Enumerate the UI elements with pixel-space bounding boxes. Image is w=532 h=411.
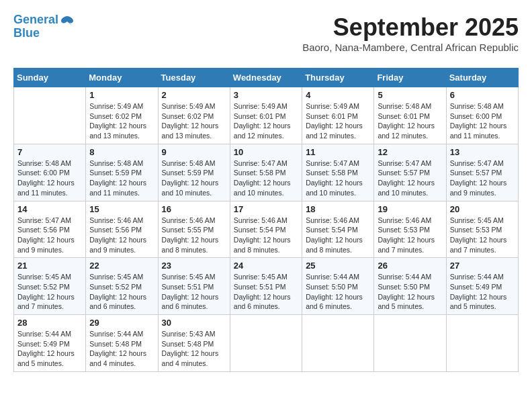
- day-number: 7: [17, 147, 82, 157]
- day-info: Sunrise: 5:46 AMSunset: 5:55 PMDaylight:…: [162, 216, 226, 255]
- calendar-cell: 5Sunrise: 5:48 AMSunset: 6:01 PMDaylight…: [374, 87, 446, 144]
- day-info: Sunrise: 5:43 AMSunset: 5:48 PMDaylight:…: [162, 329, 226, 369]
- day-info: Sunrise: 5:49 AMSunset: 6:02 PMDaylight:…: [162, 101, 226, 141]
- day-info: Sunrise: 5:49 AMSunset: 6:01 PMDaylight:…: [306, 101, 370, 141]
- day-number: 3: [234, 90, 298, 100]
- day-number: 15: [89, 204, 154, 214]
- calendar-cell: [14, 87, 86, 144]
- calendar-cell: [374, 315, 446, 372]
- day-info: Sunrise: 5:45 AMSunset: 5:52 PMDaylight:…: [17, 272, 82, 312]
- day-number: 26: [378, 261, 442, 271]
- calendar-cell: 8Sunrise: 5:48 AMSunset: 5:59 PMDaylight…: [86, 144, 158, 201]
- logo-bird-icon: [60, 15, 75, 30]
- calendar-cell: [446, 315, 518, 372]
- title-section: September 2025 Baoro, Nana-Mambere, Cent…: [302, 13, 519, 60]
- day-info: Sunrise: 5:47 AMSunset: 5:56 PMDaylight:…: [17, 216, 82, 255]
- day-info: Sunrise: 5:46 AMSunset: 5:53 PMDaylight:…: [378, 216, 442, 255]
- day-number: 18: [306, 204, 370, 214]
- calendar-cell: 6Sunrise: 5:48 AMSunset: 6:00 PMDaylight…: [446, 87, 518, 144]
- day-number: 11: [306, 147, 370, 157]
- day-info: Sunrise: 5:48 AMSunset: 6:00 PMDaylight:…: [17, 158, 82, 198]
- day-info: Sunrise: 5:44 AMSunset: 5:49 PMDaylight:…: [450, 272, 515, 312]
- day-number: 2: [162, 90, 226, 100]
- calendar-cell: 1Sunrise: 5:49 AMSunset: 6:02 PMDaylight…: [86, 87, 158, 144]
- calendar-cell: 24Sunrise: 5:45 AMSunset: 5:51 PMDayligh…: [230, 258, 302, 315]
- day-header: Sunday: [14, 68, 86, 87]
- logo-line2: Blue: [13, 26, 40, 40]
- day-number: 5: [378, 90, 442, 100]
- calendar-table: SundayMondayTuesdayWednesdayThursdayFrid…: [13, 68, 519, 372]
- day-number: 25: [306, 261, 370, 271]
- day-info: Sunrise: 5:47 AMSunset: 5:58 PMDaylight:…: [234, 158, 298, 198]
- calendar-cell: 2Sunrise: 5:49 AMSunset: 6:02 PMDaylight…: [158, 87, 230, 144]
- calendar-cell: 17Sunrise: 5:46 AMSunset: 5:54 PMDayligh…: [230, 201, 302, 258]
- calendar-cell: 18Sunrise: 5:46 AMSunset: 5:54 PMDayligh…: [302, 201, 374, 258]
- day-info: Sunrise: 5:45 AMSunset: 5:52 PMDaylight:…: [89, 272, 154, 312]
- logo-line1: General: [13, 13, 58, 26]
- location-subtitle: Baoro, Nana-Mambere, Central African Rep…: [302, 42, 519, 53]
- day-number: 30: [162, 318, 226, 328]
- calendar-cell: 3Sunrise: 5:49 AMSunset: 6:01 PMDaylight…: [230, 87, 302, 144]
- day-info: Sunrise: 5:44 AMSunset: 5:49 PMDaylight:…: [17, 329, 82, 369]
- calendar-cell: 15Sunrise: 5:46 AMSunset: 5:56 PMDayligh…: [86, 201, 158, 258]
- calendar-cell: 29Sunrise: 5:44 AMSunset: 5:48 PMDayligh…: [86, 315, 158, 372]
- calendar-cell: 21Sunrise: 5:45 AMSunset: 5:52 PMDayligh…: [14, 258, 86, 315]
- calendar-cell: 12Sunrise: 5:47 AMSunset: 5:57 PMDayligh…: [374, 144, 446, 201]
- day-info: Sunrise: 5:46 AMSunset: 5:56 PMDaylight:…: [89, 216, 154, 255]
- calendar-cell: 7Sunrise: 5:48 AMSunset: 6:00 PMDaylight…: [14, 144, 86, 201]
- day-number: 12: [378, 147, 442, 157]
- day-number: 9: [162, 147, 226, 157]
- calendar-cell: [302, 315, 374, 372]
- calendar-cell: 27Sunrise: 5:44 AMSunset: 5:49 PMDayligh…: [446, 258, 518, 315]
- day-number: 14: [17, 204, 82, 214]
- day-info: Sunrise: 5:45 AMSunset: 5:51 PMDaylight:…: [162, 272, 226, 312]
- calendar-cell: 14Sunrise: 5:47 AMSunset: 5:56 PMDayligh…: [14, 201, 86, 258]
- day-header: Tuesday: [158, 68, 230, 87]
- logo: General Blue: [13, 13, 75, 40]
- day-info: Sunrise: 5:48 AMSunset: 5:59 PMDaylight:…: [162, 158, 226, 198]
- day-number: 1: [89, 90, 154, 100]
- day-info: Sunrise: 5:49 AMSunset: 6:02 PMDaylight:…: [89, 101, 154, 141]
- day-info: Sunrise: 5:44 AMSunset: 5:50 PMDaylight:…: [378, 272, 442, 312]
- day-info: Sunrise: 5:48 AMSunset: 5:59 PMDaylight:…: [89, 158, 154, 198]
- day-number: 6: [450, 90, 515, 100]
- calendar-cell: 11Sunrise: 5:47 AMSunset: 5:58 PMDayligh…: [302, 144, 374, 201]
- calendar-cell: 9Sunrise: 5:48 AMSunset: 5:59 PMDaylight…: [158, 144, 230, 201]
- day-info: Sunrise: 5:46 AMSunset: 5:54 PMDaylight:…: [234, 216, 298, 255]
- day-number: 22: [89, 261, 154, 271]
- day-info: Sunrise: 5:44 AMSunset: 5:48 PMDaylight:…: [89, 329, 154, 369]
- month-title: September 2025: [302, 13, 519, 42]
- calendar-cell: 26Sunrise: 5:44 AMSunset: 5:50 PMDayligh…: [374, 258, 446, 315]
- day-header: Friday: [374, 68, 446, 87]
- calendar-cell: 10Sunrise: 5:47 AMSunset: 5:58 PMDayligh…: [230, 144, 302, 201]
- day-number: 20: [450, 204, 515, 214]
- calendar-cell: 13Sunrise: 5:47 AMSunset: 5:57 PMDayligh…: [446, 144, 518, 201]
- calendar-cell: 22Sunrise: 5:45 AMSunset: 5:52 PMDayligh…: [86, 258, 158, 315]
- day-info: Sunrise: 5:47 AMSunset: 5:57 PMDaylight:…: [378, 158, 442, 198]
- calendar-cell: 30Sunrise: 5:43 AMSunset: 5:48 PMDayligh…: [158, 315, 230, 372]
- day-number: 29: [89, 318, 154, 328]
- day-info: Sunrise: 5:46 AMSunset: 5:54 PMDaylight:…: [306, 216, 370, 255]
- day-number: 19: [378, 204, 442, 214]
- day-number: 8: [89, 147, 154, 157]
- day-number: 4: [306, 90, 370, 100]
- day-header: Wednesday: [230, 68, 302, 87]
- day-number: 27: [450, 261, 515, 271]
- calendar-cell: [230, 315, 302, 372]
- day-number: 16: [162, 204, 226, 214]
- day-info: Sunrise: 5:44 AMSunset: 5:50 PMDaylight:…: [306, 272, 370, 312]
- calendar-cell: 16Sunrise: 5:46 AMSunset: 5:55 PMDayligh…: [158, 201, 230, 258]
- calendar-cell: 25Sunrise: 5:44 AMSunset: 5:50 PMDayligh…: [302, 258, 374, 315]
- day-info: Sunrise: 5:48 AMSunset: 6:00 PMDaylight:…: [450, 101, 515, 141]
- day-number: 28: [17, 318, 82, 328]
- calendar-cell: 19Sunrise: 5:46 AMSunset: 5:53 PMDayligh…: [374, 201, 446, 258]
- day-number: 24: [234, 261, 298, 271]
- day-number: 21: [17, 261, 82, 271]
- calendar-cell: 20Sunrise: 5:45 AMSunset: 5:53 PMDayligh…: [446, 201, 518, 258]
- day-number: 13: [450, 147, 515, 157]
- calendar-cell: 23Sunrise: 5:45 AMSunset: 5:51 PMDayligh…: [158, 258, 230, 315]
- day-number: 17: [234, 204, 298, 214]
- calendar-cell: 28Sunrise: 5:44 AMSunset: 5:49 PMDayligh…: [14, 315, 86, 372]
- day-info: Sunrise: 5:45 AMSunset: 5:51 PMDaylight:…: [234, 272, 298, 312]
- day-info: Sunrise: 5:47 AMSunset: 5:58 PMDaylight:…: [306, 158, 370, 198]
